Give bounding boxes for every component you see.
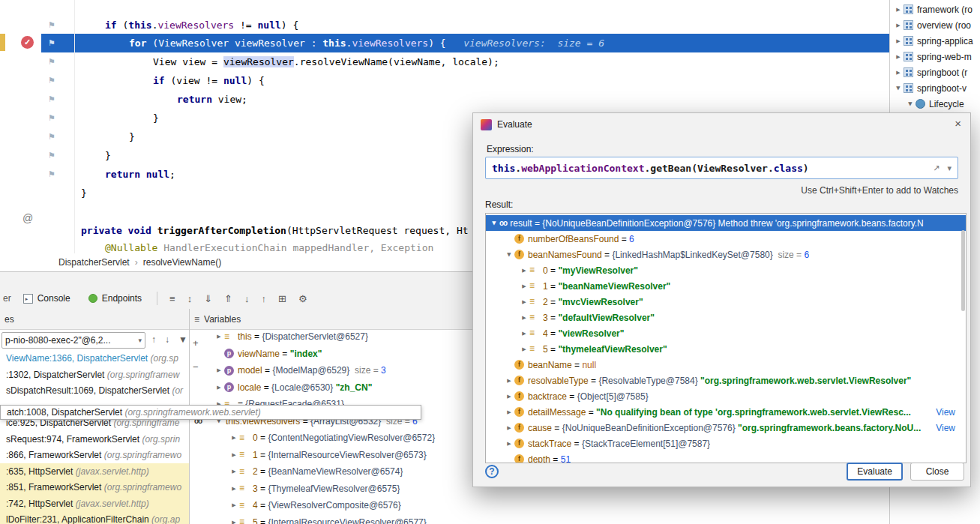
history-dropdown-icon[interactable]: ▾ (947, 163, 952, 173)
chevron-right-icon[interactable]: ▶ (519, 315, 529, 321)
code-line[interactable]: return view; (177, 90, 247, 109)
stack-frame[interactable]: :635, HttpServlet (javax.servlet.http) (0, 464, 190, 480)
chevron-right-icon[interactable]: ▶ (214, 367, 224, 373)
add-watch-icon[interactable]: + (193, 337, 199, 349)
remove-watch-icon[interactable]: − (193, 361, 199, 373)
chevron-down-icon[interactable]: ▶ (506, 250, 512, 260)
project-tree-item[interactable]: ▶springboot (r (890, 64, 980, 80)
project-tree-item[interactable]: ▶overview (roo (890, 17, 980, 33)
chevron-right-icon[interactable]: ▶ (229, 486, 239, 492)
breadcrumb-class[interactable]: DispatcherServlet (58, 257, 130, 268)
evaluate-button[interactable]: Evaluate (847, 463, 903, 481)
chevron-right-icon[interactable]: ▶ (504, 425, 514, 431)
stack-frame[interactable]: ViewName:1366, DispatcherServlet (org.sp (0, 351, 190, 367)
project-tree-item[interactable]: ▶springboot-v (890, 80, 980, 96)
bookmark-icon[interactable]: ⚑ (46, 93, 57, 105)
chevron-right-icon[interactable]: ▶ (504, 378, 514, 384)
result-row[interactable]: ▶fbacktrace = {Object[5]@7585} (486, 388, 966, 404)
chevron-right-icon[interactable]: ▶ (519, 283, 529, 289)
code-line[interactable]: } (153, 109, 159, 127)
stack-frame[interactable]: :851, FrameworkServlet (org.springframew… (0, 480, 190, 496)
scrollbar-thumb[interactable] (961, 230, 965, 311)
view-link[interactable]: View (936, 407, 955, 418)
chevron-right-icon[interactable]: ▶ (893, 54, 904, 60)
dialog-titlebar[interactable]: Evaluate × (473, 113, 970, 136)
bookmark-icon[interactable]: ⚑ (46, 149, 57, 161)
variable-row[interactable]: ▶≡5 = {InternalResourceViewResolver@6577… (211, 514, 980, 524)
chevron-right-icon[interactable]: ▶ (504, 394, 514, 400)
bookmark-icon[interactable]: ⚑ (46, 19, 57, 31)
menu-icon[interactable]: ≡ (194, 314, 199, 325)
thread-selector[interactable]: p-nio-8080-exec-2"@6,2... ▾ (1, 332, 145, 349)
tab-console[interactable]: ▸ Console (14, 288, 79, 309)
code-line[interactable]: } (81, 184, 87, 202)
chevron-right-icon[interactable]: ▶ (519, 346, 529, 352)
tab-fragment[interactable]: er (0, 293, 14, 304)
code-line[interactable]: return null; (105, 165, 175, 184)
scroll-to-end-icon[interactable]: ⇓ (204, 293, 212, 304)
close-icon[interactable]: × (955, 118, 961, 130)
soft-wrap-icon[interactable]: ↕ (187, 293, 193, 304)
code-line[interactable]: if (view != null) { (153, 71, 265, 90)
result-row[interactable]: ▶≡3 = "defaultViewResolver" (486, 310, 966, 325)
help-icon[interactable]: ? (485, 465, 499, 478)
code-line[interactable]: } (105, 146, 111, 165)
stack-frame[interactable]: sDispatchResult:1069, DispatcherServlet … (0, 383, 190, 399)
project-tree-item[interactable]: ▶spring-web-m (890, 49, 980, 64)
layout-grid-icon[interactable]: ⊞ (278, 293, 286, 304)
breakpoint-icon[interactable]: ✓ (21, 36, 34, 49)
chevron-right-icon[interactable]: ▶ (214, 334, 224, 340)
bookmark-icon[interactable]: ⚑ (46, 55, 57, 67)
code-line[interactable]: if (this.viewResolvers != null) { (105, 16, 298, 34)
result-row[interactable]: ▶fdetailMessage = "No qualifying bean of… (486, 404, 966, 420)
stack-frame[interactable]: sRequest:974, FrameworkServlet (org.spri… (0, 432, 190, 448)
chevron-right-icon[interactable]: ▶ (229, 520, 239, 524)
result-row[interactable]: ▶≡4 = "viewResolver" (486, 325, 966, 341)
previous-frame-icon[interactable]: ↑ (151, 334, 156, 345)
variable-row[interactable]: ▶≡4 = {ViewResolverComposite@6576} (211, 497, 980, 514)
result-row[interactable]: ▶fresolvableType = {ResolvableType@7584}… (486, 373, 966, 388)
chevron-right-icon[interactable]: ▶ (519, 299, 529, 305)
frames-panel[interactable]: es p-nio-8080-exec-2"@6,2... ▾ ↑↓▼ ViewN… (0, 309, 190, 524)
chevron-right-icon[interactable]: ▶ (893, 7, 904, 13)
result-row[interactable]: ▶ooresult = {NoUniqueBeanDefinitionExcep… (486, 215, 966, 231)
bookmark-icon[interactable]: ⚑ (46, 130, 57, 142)
project-tree-item[interactable]: ▶framework (ro (890, 1, 980, 17)
chevron-right-icon[interactable]: ▶ (504, 409, 514, 415)
chevron-right-icon[interactable]: ▶ (229, 502, 239, 508)
bookmark-icon[interactable]: ⚑ (46, 37, 57, 49)
result-row[interactable]: ▶≡2 = "mvcViewResolver" (486, 294, 966, 310)
result-row[interactable]: ▶fbeanNamesFound = {LinkedHashMap$Linked… (486, 247, 966, 262)
view-link[interactable]: View (936, 423, 955, 433)
chevron-right-icon[interactable]: ▶ (229, 469, 239, 475)
chevron-right-icon[interactable]: ▶ (893, 38, 904, 44)
chevron-right-icon[interactable]: ▶ (893, 70, 904, 76)
stack-frame[interactable]: :742, HttpServlet (javax.servlet.http) (0, 496, 190, 512)
result-row[interactable]: ▶fdepth = 51 (486, 451, 966, 463)
expression-input[interactable]: this.webApplicationContext.getBean(ViewR… (485, 157, 958, 179)
chevron-down-icon[interactable]: ▶ (491, 218, 497, 229)
move-down-icon[interactable]: ↓ (244, 293, 250, 304)
bookmark-icon[interactable]: ⚑ (46, 168, 57, 180)
menu-icon[interactable]: ≡ (169, 293, 175, 304)
expression-value[interactable]: this.webApplicationContext.getBean(ViewR… (492, 163, 809, 174)
code-line[interactable]: @Nullable HandlerExecutionChain mappedHa… (105, 238, 439, 253)
chevron-right-icon[interactable]: ▶ (229, 452, 239, 458)
bookmark-icon[interactable]: ⚑ (46, 74, 57, 86)
result-row[interactable]: ▶fstackTrace = {StackTraceElement[51]@75… (486, 436, 966, 451)
chevron-right-icon[interactable]: ▶ (519, 268, 529, 274)
chevron-down-icon[interactable]: ▶ (907, 99, 913, 109)
chevron-right-icon[interactable]: ▶ (214, 385, 224, 391)
next-frame-icon[interactable]: ↓ (165, 334, 169, 345)
settings-icon[interactable]: ⚙ (298, 293, 307, 304)
result-tree[interactable]: ▶ooresult = {NoUniqueBeanDefinitionExcep… (485, 213, 967, 463)
result-row[interactable]: ▶fcause = {NoUniqueBeanDefinitionExcepti… (486, 420, 966, 436)
stack-frame[interactable]: :866, FrameworkServlet (org.springframew… (0, 448, 190, 463)
tab-endpoints[interactable]: Endpoints (79, 288, 151, 309)
chevron-right-icon[interactable]: ▶ (893, 22, 904, 28)
result-row[interactable]: ▶≡1 = "beanNameViewResolver" (486, 278, 966, 294)
scroll-to-top-icon[interactable]: ⇑ (224, 293, 232, 304)
move-up-icon[interactable]: ↑ (261, 293, 266, 304)
result-row[interactable]: ▶≡5 = "thymeleafViewResolver" (486, 341, 966, 357)
code-line[interactable]: private void triggerAfterCompletion(Http… (81, 221, 469, 240)
